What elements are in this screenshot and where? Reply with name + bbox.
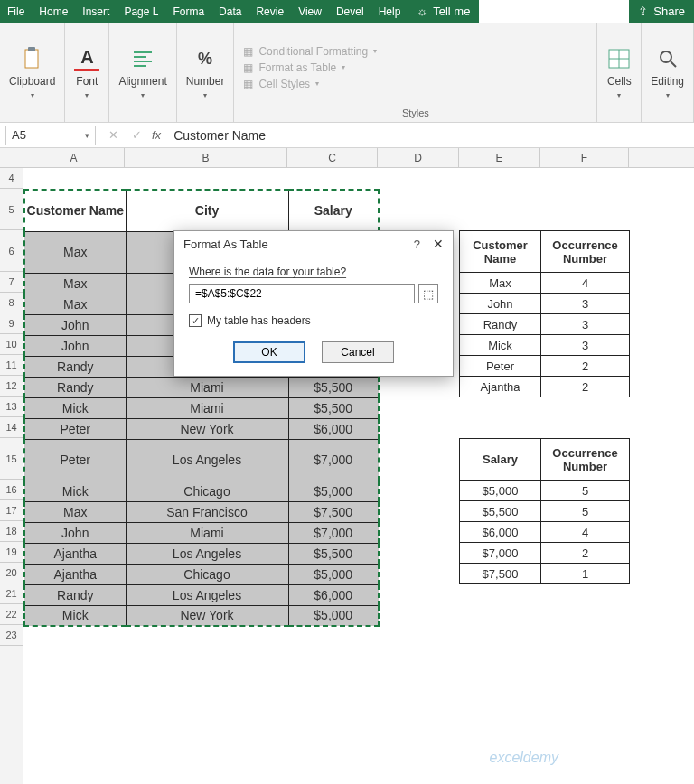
row-header-8[interactable]: 8 bbox=[0, 293, 23, 313]
row-header-19[interactable]: 19 bbox=[0, 542, 23, 563]
cancel-formula-icon[interactable]: ✕ bbox=[101, 128, 125, 142]
format-as-table-button[interactable]: ▦Format as Table▾ bbox=[243, 61, 377, 74]
row-header-7[interactable]: 7 bbox=[0, 272, 23, 293]
table-cell[interactable]: Randy bbox=[24, 356, 126, 377]
clipboard-button[interactable]: Clipboard▾ bbox=[9, 46, 55, 99]
table-cell[interactable]: $5,000 bbox=[460, 481, 541, 501]
tab-formulas[interactable]: Forma bbox=[165, 0, 211, 23]
help-icon[interactable]: ? bbox=[414, 238, 420, 251]
table-header[interactable]: Occurrence Number bbox=[541, 231, 630, 273]
table-cell[interactable]: Los Angeles bbox=[126, 584, 288, 605]
range-input[interactable] bbox=[189, 284, 415, 303]
table-cell[interactable]: Ajantha bbox=[24, 564, 126, 584]
table-cell[interactable]: John bbox=[24, 314, 126, 335]
table-cell[interactable]: Peter bbox=[24, 439, 126, 481]
table-cell[interactable]: Ajantha bbox=[460, 377, 541, 397]
row-header-11[interactable]: 11 bbox=[0, 355, 23, 376]
table-cell[interactable]: Max bbox=[24, 273, 126, 294]
col-header-A[interactable]: A bbox=[23, 148, 125, 167]
number-button[interactable]: %Number▾ bbox=[186, 46, 225, 99]
share-button[interactable]: ⇪ Share bbox=[629, 0, 694, 23]
table-cell[interactable]: Chicago bbox=[126, 564, 288, 584]
row-header-5[interactable]: 5 bbox=[0, 189, 23, 230]
table-cell[interactable]: 1 bbox=[541, 564, 630, 584]
table-cell[interactable]: $7,000 bbox=[288, 439, 379, 481]
table-cell[interactable]: John bbox=[460, 294, 541, 314]
tab-help[interactable]: Help bbox=[371, 0, 408, 23]
row-header-6[interactable]: 6 bbox=[0, 230, 23, 272]
fx-icon[interactable]: fx bbox=[152, 128, 161, 142]
name-box[interactable]: A5 ▾ bbox=[5, 126, 96, 145]
table-cell[interactable]: $6,000 bbox=[288, 584, 379, 605]
table-cell[interactable]: Los Angeles bbox=[126, 439, 288, 481]
table-cell[interactable]: Max bbox=[460, 273, 541, 294]
tab-developer[interactable]: Devel bbox=[329, 0, 371, 23]
table-cell[interactable]: $5,000 bbox=[288, 481, 379, 501]
table-cell[interactable]: Miami bbox=[126, 522, 288, 543]
table-cell[interactable]: $5,500 bbox=[288, 377, 379, 397]
range-selector-icon[interactable]: ⬚ bbox=[418, 284, 438, 303]
table-cell[interactable]: Mick bbox=[24, 481, 126, 501]
row-header-12[interactable]: 12 bbox=[0, 376, 23, 397]
alignment-button[interactable]: Alignment▾ bbox=[118, 46, 166, 99]
row-header-16[interactable]: 16 bbox=[0, 480, 23, 500]
table-cell[interactable]: Peter bbox=[460, 356, 541, 377]
table-cell[interactable]: John bbox=[24, 335, 126, 356]
table-cell[interactable]: John bbox=[24, 522, 126, 543]
table-cell[interactable]: $5,000 bbox=[288, 605, 379, 626]
row-header-20[interactable]: 20 bbox=[0, 563, 23, 583]
table-cell[interactable]: Peter bbox=[24, 418, 126, 439]
conditional-formatting-button[interactable]: ▦Conditional Formatting▾ bbox=[243, 45, 377, 58]
table-cell[interactable]: $5,500 bbox=[288, 543, 379, 564]
table-cell[interactable]: 4 bbox=[541, 522, 630, 543]
row-header-22[interactable]: 22 bbox=[0, 604, 23, 625]
tab-home[interactable]: Home bbox=[32, 0, 75, 23]
close-icon[interactable]: ✕ bbox=[433, 237, 444, 251]
table-cell[interactable]: 3 bbox=[541, 314, 630, 335]
tab-data[interactable]: Data bbox=[211, 0, 249, 23]
font-button[interactable]: AFont▾ bbox=[74, 46, 99, 99]
table-cell[interactable]: Chicago bbox=[126, 481, 288, 501]
table-cell[interactable]: $7,000 bbox=[460, 543, 541, 564]
col-header-E[interactable]: E bbox=[459, 148, 540, 167]
row-header-15[interactable]: 15 bbox=[0, 438, 23, 480]
row-header-21[interactable]: 21 bbox=[0, 583, 23, 604]
table-cell[interactable]: $7,500 bbox=[460, 564, 541, 584]
table-cell[interactable]: $7,000 bbox=[288, 522, 379, 543]
table-cell[interactable]: Mick bbox=[24, 605, 126, 626]
cells-button[interactable]: Cells▾ bbox=[606, 46, 632, 99]
ok-button[interactable]: OK bbox=[233, 341, 305, 363]
cancel-button[interactable]: Cancel bbox=[322, 341, 394, 363]
table-cell[interactable]: 3 bbox=[541, 335, 630, 356]
table-cell[interactable]: Mick bbox=[24, 397, 126, 418]
table-header[interactable]: City bbox=[126, 190, 288, 231]
row-header-18[interactable]: 18 bbox=[0, 521, 23, 542]
table-cell[interactable]: Ajantha bbox=[24, 543, 126, 564]
col-header-C[interactable]: C bbox=[287, 148, 378, 167]
table-header[interactable]: Salary bbox=[288, 190, 379, 231]
row-header-17[interactable]: 17 bbox=[0, 500, 23, 521]
col-header-D[interactable]: D bbox=[378, 148, 459, 167]
table-cell[interactable]: Randy bbox=[460, 314, 541, 335]
accept-formula-icon[interactable]: ✓ bbox=[125, 128, 148, 142]
table-cell[interactable]: 4 bbox=[541, 273, 630, 294]
col-header-F[interactable]: F bbox=[540, 148, 629, 167]
table-cell[interactable]: Max bbox=[24, 294, 126, 314]
col-header-B[interactable]: B bbox=[125, 148, 287, 167]
tab-review[interactable]: Revie bbox=[249, 0, 291, 23]
tab-insert[interactable]: Insert bbox=[75, 0, 117, 23]
row-header-4[interactable]: 4 bbox=[0, 168, 23, 189]
table-cell[interactable]: $6,000 bbox=[460, 522, 541, 543]
table-cell[interactable]: Los Angeles bbox=[126, 543, 288, 564]
table-cell[interactable]: Miami bbox=[126, 397, 288, 418]
headers-checkbox-row[interactable]: ✓ My table has headers bbox=[189, 314, 438, 327]
editing-button[interactable]: Editing▾ bbox=[651, 46, 684, 99]
table-cell[interactable]: $7,500 bbox=[288, 501, 379, 522]
checkbox-icon[interactable]: ✓ bbox=[189, 314, 202, 327]
table-cell[interactable]: 2 bbox=[541, 377, 630, 397]
table-cell[interactable]: Max bbox=[24, 231, 126, 273]
tab-page-layout[interactable]: Page L bbox=[117, 0, 165, 23]
table-cell[interactable]: Randy bbox=[24, 377, 126, 397]
select-all-corner[interactable] bbox=[0, 148, 23, 167]
table-cell[interactable]: Randy bbox=[24, 584, 126, 605]
